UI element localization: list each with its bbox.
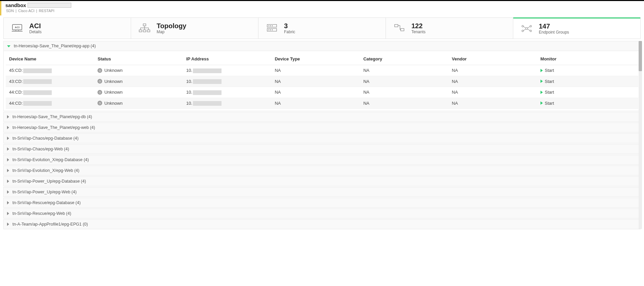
svg-rect-7 [143,30,146,32]
col-ip-address[interactable]: IP Address [183,53,271,65]
caret-right-icon [7,115,9,118]
table-header-row: Device Name Status IP Address Device Typ… [6,53,638,65]
unknown-status-icon: ⦸ [97,101,102,105]
play-icon [540,80,543,83]
table-row[interactable]: 45:CD:⦸Unknown10.NANANAStart [6,65,638,76]
group-row-collapsed[interactable]: tn-SnV/ap-Evolution_X/epg-Database (4) [3,155,641,165]
group-label: tn-A-Team/ap-AppProfile1/epg-EPG1 (0) [12,222,88,227]
group-label: tn-SnV/ap-Chaos/epg-Database (4) [12,136,79,141]
summary-card-details[interactable]: ACIACIDetails [4,18,131,39]
group-row-expanded[interactable]: tn-Heroes/ap-Save_The_Planet/epg-app (4) [3,41,641,51]
cell-monitor[interactable]: Start [537,87,638,98]
summary-value: Topology [157,22,187,30]
fabric-icon [265,22,279,34]
cell-status: ⦸Unknown [94,87,183,98]
cell-vendor: NA [448,65,537,76]
summary-value: ACI [29,22,42,30]
device-table: Device Name Status IP Address Device Typ… [6,53,638,109]
table-row[interactable]: 43:CD:⦸Unknown10.NANANAStart [6,76,638,87]
svg-point-17 [270,26,271,26]
caret-down-icon [7,45,10,47]
col-status[interactable]: Status [94,53,183,65]
cell-monitor[interactable]: Start [537,76,638,87]
col-vendor[interactable]: Vendor [448,53,537,65]
col-category[interactable]: Category [360,53,448,65]
svg-point-27 [526,28,528,30]
breadcrumb-item[interactable]: Cisco ACI [17,9,35,13]
group-row-collapsed[interactable]: tn-A-Team/ap-AppProfile1/epg-EPG1 (0) [3,219,641,229]
summary-value: 3 [284,22,295,30]
svg-point-20 [270,30,271,30]
redacted-text [193,101,222,106]
svg-point-19 [269,30,269,30]
cell-ip: 10. [183,76,271,87]
breadcrumb-item[interactable]: SDN [5,9,14,13]
cell-ip: 10. [183,98,271,109]
group-row-collapsed[interactable]: tn-SnV/ap-Rescue/epg-Database (4) [3,198,641,208]
cell-type: NA [271,65,360,76]
col-device-name[interactable]: Device Name [6,53,94,65]
redacted-text [193,79,222,84]
group-row-collapsed[interactable]: tn-SnV/ap-Power_Up/epg-Database (4) [3,176,641,186]
summary-card-fabric[interactable]: 3Fabric [258,18,386,39]
cell-ip: 10. [183,87,271,98]
svg-rect-8 [147,30,150,32]
device-table-body: 45:CD:⦸Unknown10.NANANAStart43:CD:⦸Unkno… [6,65,638,109]
breadcrumb: SDN | Cisco ACI | RESTAPI [5,9,640,13]
page-header: sandbox SDN | Cisco ACI | RESTAPI [0,1,644,15]
summary-label: Endpoint Groups [539,30,569,35]
summary-card-map[interactable]: TopologyMap [131,18,258,39]
cell-vendor: NA [448,98,537,109]
svg-rect-23 [401,29,404,31]
group-row-collapsed[interactable]: tn-SnV/ap-Power_Up/epg-Web (4) [3,187,641,197]
cell-monitor[interactable]: Start [537,98,638,109]
table-row[interactable]: 44:CD:⦸Unknown10.NANANAStart [6,98,638,109]
content-area: tn-Heroes/ap-Save_The_Planet/epg-app (4)… [3,41,641,229]
play-icon [540,69,543,72]
caret-right-icon [7,190,9,194]
svg-line-34 [523,29,526,31]
summary-card-tenants[interactable]: 122Tenants [386,18,513,39]
caret-right-icon [7,158,9,161]
breadcrumb-item[interactable]: RESTAPI [38,9,55,13]
cell-monitor[interactable]: Start [537,65,638,76]
play-icon [540,101,543,105]
group-row-collapsed[interactable]: tn-SnV/ap-Evolution_X/epg-Web (4) [3,165,641,176]
group-row-collapsed[interactable]: tn-SnV/ap-Rescue/epg-Web (4) [3,208,641,219]
group-row-collapsed[interactable]: tn-SnV/ap-Chaos/epg-Web (4) [3,144,641,154]
svg-point-21 [272,30,273,30]
col-device-type[interactable]: Device Type [271,53,360,65]
svg-line-32 [523,27,526,28]
svg-line-35 [528,29,530,31]
group-label: tn-Heroes/ap-Save_The_Planet/epg-app (4) [14,44,96,48]
caret-right-icon [7,212,9,215]
caret-right-icon [7,126,9,129]
table-row[interactable]: 44:CD:⦸Unknown10.NANANAStart [6,87,638,98]
cell-category: NA [360,98,448,109]
epg-icon [520,23,533,34]
redacted-text [193,90,222,95]
summary-card-endpoint-groups[interactable]: 147Endpoint Groups [513,17,640,39]
cell-category: NA [360,87,448,98]
cell-status: ⦸Unknown [94,76,183,87]
svg-rect-5 [143,24,146,26]
group-row-collapsed[interactable]: tn-SnV/ap-Chaos/epg-Database (4) [3,133,641,143]
cell-status: ⦸Unknown [94,65,183,76]
summary-label: Tenants [411,30,426,34]
col-monitor[interactable]: Monitor [537,53,638,65]
caret-right-icon [7,147,9,151]
svg-point-30 [522,30,524,32]
redacted-text [23,68,52,73]
cell-vendor: NA [448,87,537,98]
vertical-scrollbar[interactable] [639,41,642,229]
group-row-collapsed[interactable]: tn-Heroes/ap-Save_The_Planet/epg-db (4) [3,112,641,122]
group-label: tn-SnV/ap-Power_Up/epg-Web (4) [12,190,77,194]
unknown-status-icon: ⦸ [97,90,102,95]
svg-point-18 [272,26,273,26]
group-row-collapsed[interactable]: tn-Heroes/ap-Save_The_Planet/epg-web (4) [3,123,641,133]
scrollbar-thumb[interactable] [639,41,642,71]
cell-type: NA [271,87,360,98]
cell-device-name: 44:CD: [6,87,94,98]
group-label: tn-SnV/ap-Rescue/epg-Web (4) [12,211,71,216]
svg-point-31 [530,30,532,32]
